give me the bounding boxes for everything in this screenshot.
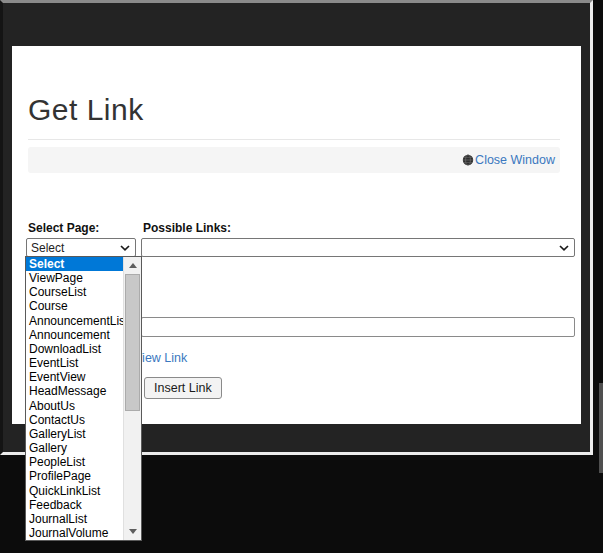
triangle-down-icon xyxy=(129,529,137,534)
select-page-open-list: SelectViewPageCourseListCourseAnnounceme… xyxy=(25,256,142,541)
chevron-down-icon xyxy=(120,245,135,251)
select-page-label: Select Page: xyxy=(28,221,99,235)
dropdown-option[interactable]: Gallery xyxy=(26,441,123,455)
close-window-label: Close Window xyxy=(475,153,555,167)
dropdown-option[interactable]: Select xyxy=(26,257,123,271)
dropdown-option[interactable]: HeadMessage xyxy=(26,384,123,398)
scrollbar-thumb[interactable] xyxy=(125,274,140,411)
page-background: Get Link Close Window Select Page: Possi… xyxy=(0,0,603,553)
dropdown-option[interactable]: QuickLinkList xyxy=(26,484,123,498)
page-title: Get Link xyxy=(28,93,144,127)
possible-links-dropdown[interactable] xyxy=(141,238,575,257)
triangle-up-icon xyxy=(129,263,137,268)
dropdown-option[interactable]: Feedback xyxy=(26,498,123,512)
chevron-down-icon xyxy=(559,245,574,251)
dropdown-option[interactable]: ContactUs xyxy=(26,413,123,427)
insert-link-button[interactable]: Insert Link xyxy=(144,377,222,399)
globe-icon xyxy=(462,154,474,166)
scroll-down-button[interactable] xyxy=(124,523,141,540)
possible-links-label: Possible Links: xyxy=(143,221,231,235)
dropdown-option[interactable]: ViewPage xyxy=(26,271,123,285)
dropdown-option[interactable]: GalleryList xyxy=(26,427,123,441)
dropdown-option[interactable]: EventView xyxy=(26,370,123,384)
select-page-dropdown[interactable]: Select xyxy=(26,238,136,257)
dropdown-option[interactable]: PeopleList xyxy=(26,455,123,469)
dropdown-option[interactable]: AnnouncementList xyxy=(26,314,123,328)
background-scrollbar[interactable] xyxy=(599,383,603,473)
dropdown-option[interactable]: JournalList xyxy=(26,512,123,526)
dropdown-option[interactable]: AboutUs xyxy=(26,399,123,413)
dropdown-list: SelectViewPageCourseListCourseAnnounceme… xyxy=(26,257,123,540)
dropdown-option[interactable]: CourseList xyxy=(26,285,123,299)
toolbar: Close Window xyxy=(28,147,560,173)
scroll-up-button[interactable] xyxy=(124,257,141,274)
select-page-value: Select xyxy=(27,241,120,255)
dropdown-option[interactable]: EventList xyxy=(26,356,123,370)
dropdown-option[interactable]: ProfilePage xyxy=(26,469,123,483)
link-url-input[interactable] xyxy=(141,317,575,337)
close-window-link[interactable]: Close Window xyxy=(462,153,555,167)
dropdown-scrollbar[interactable] xyxy=(123,257,141,540)
dropdown-option[interactable]: JournalVolume xyxy=(26,526,123,540)
dropdown-option[interactable]: Announcement xyxy=(26,328,123,342)
dropdown-option[interactable]: Course xyxy=(26,299,123,313)
dropdown-option[interactable]: DownloadList xyxy=(26,342,123,356)
title-divider xyxy=(28,139,560,140)
